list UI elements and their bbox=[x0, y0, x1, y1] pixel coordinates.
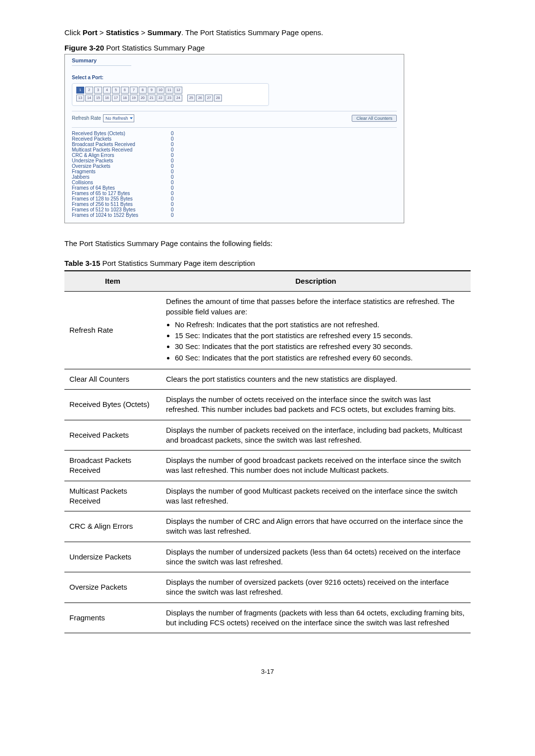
description-intro: Defines the amount of time that passes b… bbox=[166, 297, 466, 317]
table-caption-text: Port Statistics Summary Page item descri… bbox=[100, 259, 255, 267]
description-cell: Displays the number of octets received o… bbox=[161, 390, 471, 420]
stat-row: Frames of 1024 to 1522 Bytes0 bbox=[72, 212, 397, 218]
clear-all-counters-button[interactable]: Clear All Counters bbox=[352, 115, 397, 122]
stat-row: Frames of 256 to 511 Bytes0 bbox=[72, 202, 397, 207]
port-cell-23[interactable]: 23 bbox=[165, 95, 173, 101]
intro-sep1: > bbox=[98, 28, 106, 37]
stat-value: 0 bbox=[171, 196, 174, 202]
description-cell: Displays the number of good broadcast pa… bbox=[161, 451, 471, 481]
table-row: Received Bytes (Octets)Displays the numb… bbox=[64, 390, 471, 420]
stat-row: Frames of 64 Bytes0 bbox=[72, 185, 397, 191]
stat-label: Frames of 64 Bytes bbox=[72, 185, 171, 191]
port-cell-7[interactable]: 7 bbox=[130, 87, 138, 94]
port-cell-9[interactable]: 9 bbox=[148, 87, 156, 94]
stat-row: Frames of 128 to 255 Bytes0 bbox=[72, 196, 397, 202]
item-cell: CRC & Align Errors bbox=[64, 511, 161, 542]
stat-label: Received Packets bbox=[72, 136, 171, 142]
item-cell: Undersize Packets bbox=[64, 542, 161, 572]
stat-value: 0 bbox=[171, 207, 174, 212]
description-cell: Displays the number of good Multicast pa… bbox=[161, 481, 471, 511]
item-cell: Broadcast Packets Received bbox=[64, 451, 161, 481]
port-cell-3[interactable]: 3 bbox=[94, 87, 102, 94]
port-cell-19[interactable]: 19 bbox=[130, 95, 138, 101]
stat-label: Frames of 1024 to 1522 Bytes bbox=[72, 212, 171, 218]
bullet-item: 60 Sec: Indicates that the port statisti… bbox=[175, 353, 466, 363]
port-cell-14[interactable]: 14 bbox=[85, 95, 93, 101]
stat-row: Undersize Packets0 bbox=[72, 158, 397, 163]
port-cell-26[interactable]: 26 bbox=[196, 95, 204, 101]
port-cell-13[interactable]: 13 bbox=[76, 95, 84, 101]
stat-label: Frames of 65 to 127 Bytes bbox=[72, 191, 171, 196]
port-cell-27[interactable]: 27 bbox=[205, 95, 213, 101]
port-cell-24[interactable]: 24 bbox=[174, 95, 182, 101]
stat-row: Received Packets0 bbox=[72, 136, 397, 142]
port-cell-4[interactable]: 4 bbox=[103, 87, 111, 94]
port-cell-15[interactable]: 15 bbox=[94, 95, 102, 101]
port-cell-12[interactable]: 12 bbox=[174, 87, 182, 94]
stat-row: Broadcast Packets Received0 bbox=[72, 142, 397, 147]
page-number: 3-17 bbox=[64, 668, 471, 675]
bullet-item: 30 Sec: Indicates that the port statisti… bbox=[175, 342, 466, 352]
port-cell-8[interactable]: 8 bbox=[139, 87, 147, 94]
stat-value: 0 bbox=[171, 136, 174, 142]
port-cell-25[interactable]: 25 bbox=[187, 95, 195, 101]
item-cell: Oversize Packets bbox=[64, 572, 161, 603]
port-cell-22[interactable]: 22 bbox=[157, 95, 164, 101]
table-caption: Table 3-15 Port Statistics Summary Page … bbox=[64, 259, 471, 267]
stat-label: Jabbers bbox=[72, 174, 171, 180]
figure-caption-text: Port Statistics Summary Page bbox=[104, 44, 205, 52]
stat-value: 0 bbox=[171, 163, 174, 169]
refresh-rate-select[interactable]: No Refresh bbox=[103, 114, 135, 122]
stat-label: Frames of 512 to 1023 Bytes bbox=[72, 207, 171, 212]
stat-value: 0 bbox=[171, 202, 174, 207]
stat-label: Multicast Packets Received bbox=[72, 147, 171, 152]
figure-caption: Figure 3-20 Port Statistics Summary Page bbox=[64, 44, 471, 52]
port-selector-panel: 123456789101112 131415161718192021222324… bbox=[72, 83, 269, 106]
item-cell: Refresh Rate bbox=[64, 292, 161, 369]
stat-row: Collisions0 bbox=[72, 180, 397, 185]
stat-value: 0 bbox=[171, 169, 174, 174]
stat-value: 0 bbox=[171, 191, 174, 196]
description-table: Item Description Refresh RateDefines the… bbox=[64, 270, 471, 633]
port-cell-2[interactable]: 2 bbox=[85, 87, 93, 94]
item-cell: Clear All Counters bbox=[64, 369, 161, 389]
port-cell-20[interactable]: 20 bbox=[139, 95, 147, 101]
intro-sep2: > bbox=[139, 28, 147, 37]
port-cell-1[interactable]: 1 bbox=[76, 87, 84, 94]
stat-row: Jabbers0 bbox=[72, 174, 397, 180]
description-cell: Clears the port statistics counters and … bbox=[161, 369, 471, 389]
intro-suffix: . The Port Statistics Summary Page opens… bbox=[181, 28, 323, 37]
stat-value: 0 bbox=[171, 147, 174, 152]
stat-value: 0 bbox=[171, 212, 174, 218]
intro-prefix: Click bbox=[64, 28, 83, 37]
intro-summary: Summary bbox=[148, 28, 181, 37]
stat-value: 0 bbox=[171, 158, 174, 163]
intro-line: Click Port > Statistics > Summary. The P… bbox=[64, 27, 471, 39]
port-cell-11[interactable]: 11 bbox=[165, 87, 173, 94]
figure-caption-number: Figure 3-20 bbox=[64, 44, 104, 52]
screenshot-panel: Summary Select a Port: 123456789101112 1… bbox=[64, 54, 404, 223]
stat-row: Oversize Packets0 bbox=[72, 163, 397, 169]
stat-row: Received Bytes (Octets)0 bbox=[72, 131, 397, 136]
stat-value: 0 bbox=[171, 152, 174, 158]
stat-label: CRC & Align Errors bbox=[72, 152, 171, 158]
description-cell: Displays the number of fragments (packet… bbox=[161, 603, 471, 633]
port-cell-5[interactable]: 5 bbox=[112, 87, 120, 94]
table-row: Received PacketsDisplays the number of p… bbox=[64, 420, 471, 451]
port-cell-16[interactable]: 16 bbox=[103, 95, 111, 101]
description-bullets: No Refresh: Indicates that the port stat… bbox=[166, 320, 466, 363]
stat-label: Oversize Packets bbox=[72, 163, 171, 169]
port-cell-28[interactable]: 28 bbox=[214, 95, 222, 101]
bullet-item: 15 Sec: Indicates that the port statisti… bbox=[175, 331, 466, 341]
port-cell-10[interactable]: 10 bbox=[157, 87, 164, 94]
port-cell-17[interactable]: 17 bbox=[112, 95, 120, 101]
intro-statistics: Statistics bbox=[106, 28, 139, 37]
port-cell-18[interactable]: 18 bbox=[121, 95, 129, 101]
stat-value: 0 bbox=[171, 142, 174, 147]
table-row: Broadcast Packets ReceivedDisplays the n… bbox=[64, 451, 471, 481]
port-cell-21[interactable]: 21 bbox=[148, 95, 156, 101]
table-row: Undersize PacketsDisplays the number of … bbox=[64, 542, 471, 572]
stat-row: Multicast Packets Received0 bbox=[72, 147, 397, 152]
table-row: Clear All CountersClears the port statis… bbox=[64, 369, 471, 389]
port-cell-6[interactable]: 6 bbox=[121, 87, 129, 94]
